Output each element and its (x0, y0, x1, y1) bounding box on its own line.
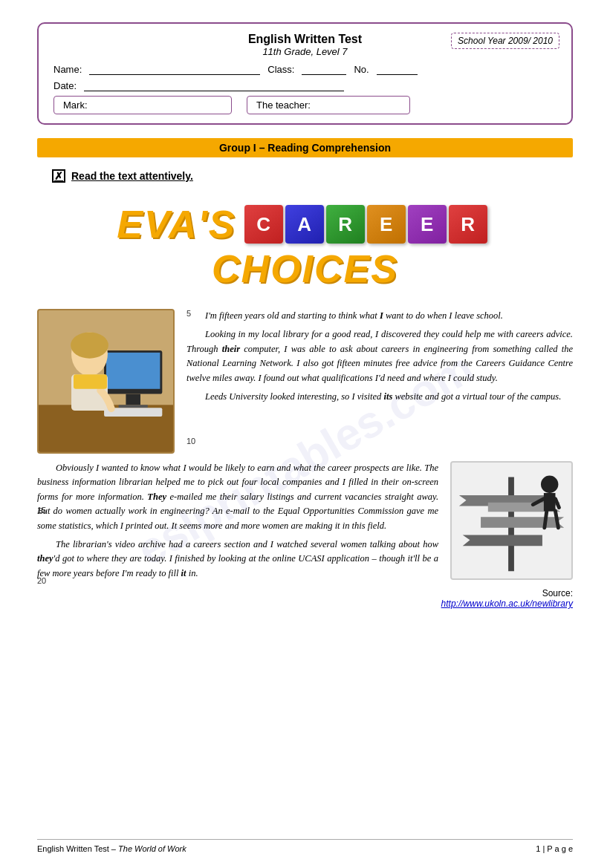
svg-rect-18 (544, 493, 556, 511)
school-year-badge: School Year 2009/ 2010 (451, 33, 559, 49)
checkbox-icon: ✗ (52, 169, 65, 183)
date-field (84, 79, 344, 91)
block-r2: R (449, 205, 487, 244)
name-field (89, 63, 260, 75)
para1: I'm fifteen years old and starting to th… (186, 309, 573, 323)
title-evas: EVA'S (117, 202, 236, 247)
article-paragraph-1-2-3: I'm fifteen years old and starting to th… (186, 309, 573, 404)
article-text-column: 5 I'm fifteen years old and starting to … (186, 309, 573, 454)
block-r: R (326, 205, 365, 244)
block-e: E (367, 205, 406, 244)
name-label: Name: (53, 64, 82, 75)
girl-computer-svg (39, 310, 173, 452)
line-num-5: 5 (186, 309, 191, 318)
class-field (302, 63, 346, 75)
article-top-section: 5 I'm fifteen years old and starting to … (37, 309, 573, 454)
no-field (377, 63, 418, 75)
mark-teacher-row: Mark: The teacher: (53, 96, 557, 114)
svg-point-8 (71, 332, 108, 358)
mark-box: Mark: (53, 96, 232, 114)
svg-rect-10 (74, 374, 107, 389)
svg-marker-15 (463, 535, 542, 546)
source-url: http://www.ukoln.ac.uk/newlibrary (441, 598, 573, 609)
para2: Looking in my local library for a good r… (186, 327, 573, 385)
date-label: Date: (53, 80, 77, 91)
instruction-text: Read the text attentively. (71, 170, 193, 182)
source-label: Source: (542, 588, 573, 598)
line-num-20: 20 (37, 576, 46, 585)
svg-marker-14 (481, 517, 564, 528)
line-num-15: 15 (37, 506, 46, 515)
article-title-area: EVA'S C A R E E R CHOICES (37, 195, 573, 298)
article-bottom-section: 15 20 Obviously I wanted to know what I … (37, 461, 573, 581)
para5: The librarian's video archive had a care… (37, 538, 438, 581)
line-num-10: 10 (186, 435, 195, 448)
block-e2: E (408, 205, 447, 244)
footer-left: English Written Test – The World of Work (37, 844, 186, 853)
signpost-image (450, 461, 573, 580)
footer: English Written Test – The World of Work… (37, 839, 573, 853)
svg-point-17 (541, 476, 558, 493)
header-box: School Year 2009/ 2010 English Written T… (37, 22, 573, 125)
footer-right: 1 | P a g e (536, 844, 573, 853)
girl-computer-image (37, 309, 175, 454)
article-area: eslprintables.com (37, 309, 573, 609)
svg-rect-4 (126, 394, 140, 405)
teacher-box: The teacher: (247, 96, 410, 114)
signpost-svg (452, 463, 571, 578)
section-banner: Group I – Reading Comprehension (37, 138, 573, 157)
read-instruction: ✗ Read the text attentively. (52, 169, 573, 183)
svg-line-21 (545, 511, 547, 527)
header-fields: Name: Class: No. Date: (53, 63, 557, 91)
svg-rect-5 (119, 405, 148, 408)
para4: Obviously I wanted to know what I would … (37, 461, 438, 581)
article-bottom-text: 15 20 Obviously I wanted to know what I … (37, 461, 438, 581)
no-label: No. (354, 64, 369, 75)
title-choices: CHOICES (212, 247, 398, 291)
date-row: Date: (53, 79, 557, 91)
name-row: Name: Class: No. (53, 63, 557, 75)
para3: Leeds University looked interesting, so … (186, 390, 573, 404)
career-blocks: C A R E E R (244, 205, 487, 244)
block-a: A (285, 205, 324, 244)
class-label: Class: (267, 64, 294, 75)
source-line: Source: http://www.ukoln.ac.uk/newlibrar… (37, 588, 573, 609)
block-c: C (244, 205, 283, 244)
svg-rect-3 (106, 353, 160, 389)
